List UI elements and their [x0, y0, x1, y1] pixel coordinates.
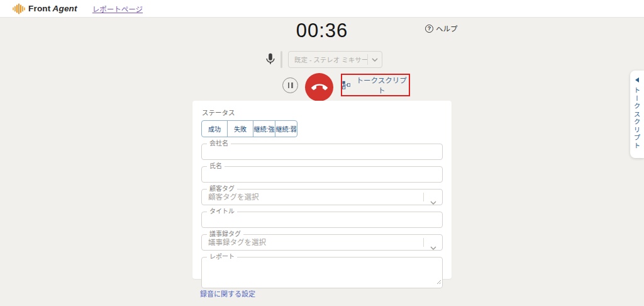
chevron-down-icon [430, 196, 436, 207]
report-textarea[interactable] [202, 258, 442, 288]
side-tab-label: トークスクリプト [633, 87, 642, 150]
select-divider [423, 193, 424, 201]
main-area: 00:36 ? ヘルプ 既定 - ステレオ ミキサー (Real… [0, 18, 644, 306]
customer-tag-label: 顧客タグ [207, 185, 237, 193]
app-window: FrontAgent レポートページ 00:36 ? ヘルプ 既定 - ステレオ… [0, 0, 644, 306]
status-continue-weak-button[interactable]: 継続:弱 [275, 120, 297, 137]
report-page-link[interactable]: レポートページ [92, 4, 143, 14]
name-label: 氏名 [207, 162, 225, 170]
minutes-tag-select[interactable]: 議事録タグ 議事録タグを選択 [201, 234, 443, 251]
talk-script-label: トークスクリプト [354, 75, 409, 95]
brand-logo-icon [13, 3, 25, 14]
company-field-wrap: 会社名 [201, 144, 443, 160]
call-report-form: ステータス 成功 失敗 継続:強 継続:弱 会社名 氏名 顧客タグ 顧客タグを選… [192, 101, 452, 279]
talk-script-button[interactable]: トークスクリプト [342, 75, 409, 95]
microphone-row: 既定 - ステレオ ミキサー (Real… [192, 50, 452, 69]
company-input[interactable] [202, 144, 442, 159]
report-label: レポート [207, 253, 237, 261]
talk-script-side-tab[interactable]: トークスクリプト [630, 71, 644, 158]
status-failure-button[interactable]: 失敗 [227, 120, 253, 137]
call-end-icon [311, 79, 328, 96]
call-timer: 00:36 [0, 20, 644, 42]
arrow-left-icon [635, 77, 639, 82]
brand: FrontAgent [13, 3, 77, 14]
hangup-button[interactable] [305, 73, 333, 101]
chevron-down-icon [368, 58, 382, 62]
app-header: FrontAgent レポートページ [0, 0, 644, 18]
company-label: 会社名 [207, 140, 231, 147]
status-success-button[interactable]: 成功 [201, 120, 228, 137]
title-field-wrap: タイトル [201, 212, 443, 228]
title-label: タイトル [207, 208, 237, 215]
help-label: ヘルプ [436, 23, 458, 33]
status-continue-strong-button[interactable]: 継続:強 [253, 120, 275, 137]
minutes-tag-label: 議事録タグ [207, 230, 243, 238]
name-field-wrap: 氏名 [201, 166, 443, 183]
status-label: ステータス [202, 108, 443, 117]
microphone-icon [264, 50, 277, 67]
chevron-down-icon [430, 241, 436, 252]
name-input[interactable] [202, 167, 442, 182]
brand-name: FrontAgent [28, 4, 77, 13]
title-input[interactable] [202, 212, 442, 227]
call-controls: トークスクリプト [192, 73, 452, 98]
mic-device-value: 既定 - ステレオ ミキサー (Real… [289, 55, 367, 64]
status-button-group: 成功 失敗 継続:強 継続:弱 [201, 120, 297, 137]
select-divider [423, 238, 424, 247]
mic-level-meter [280, 51, 282, 68]
talk-script-icon [342, 81, 350, 89]
talk-script-highlight-box: トークスクリプト [341, 74, 410, 96]
report-field-wrap: レポート [201, 257, 443, 288]
recording-settings-link[interactable]: 録音に関する設定 [200, 288, 255, 298]
pause-icon [288, 82, 290, 88]
customer-tag-placeholder: 顧客タグを選択 [202, 190, 442, 205]
resize-grip-icon[interactable] [436, 275, 441, 286]
help-button[interactable]: ? ヘルプ [425, 23, 458, 33]
help-icon: ? [425, 25, 433, 33]
mic-device-select[interactable]: 既定 - ステレオ ミキサー (Real… [288, 51, 382, 68]
pause-button[interactable] [282, 77, 298, 93]
customer-tag-select[interactable]: 顧客タグ 顧客タグを選択 [201, 189, 443, 205]
